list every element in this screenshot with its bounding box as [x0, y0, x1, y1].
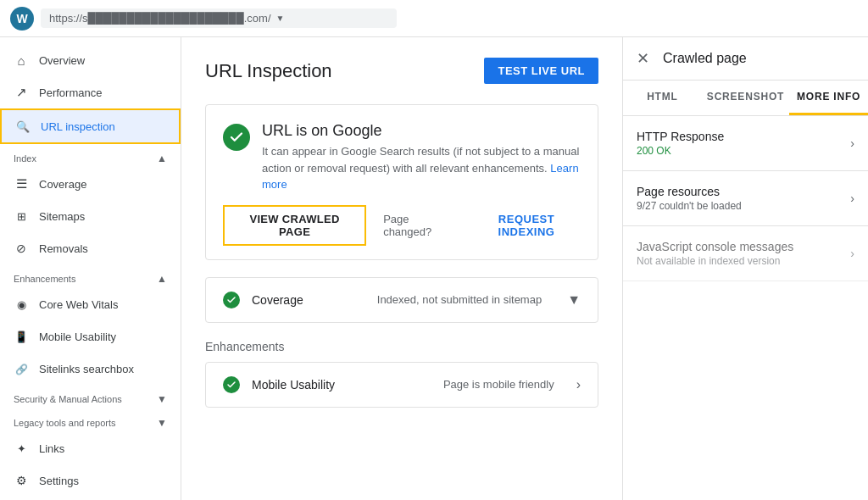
http-response-label: HTTP Response — [637, 130, 850, 143]
sidebar-item-links[interactable]: Links — [0, 432, 181, 464]
coverage-row[interactable]: Coverage Indexed, not submitted in sitem… — [206, 278, 598, 322]
sidebar-core-web-vitals-label: Core Web Vitals — [39, 298, 118, 311]
view-crawled-page-button[interactable]: VIEW CRAWLED PAGE — [223, 205, 366, 246]
security-chevron-icon: ▼ — [157, 393, 167, 405]
test-live-url-button[interactable]: TEST LIVE URL — [484, 58, 598, 84]
legacy-section-label: Legacy tools and reports — [14, 418, 115, 428]
mobile-usability-row[interactable]: Mobile Usability Page is mobile friendly… — [206, 363, 598, 407]
sidebar-overview-label: Overview — [39, 54, 85, 67]
mobile-usability-value: Page is mobile friendly — [443, 378, 554, 391]
status-title: URL is on Google — [262, 122, 581, 140]
sidebar-sitemaps-label: Sitemaps — [39, 210, 85, 223]
status-text-block: URL is on Google It can appear in Google… — [262, 122, 581, 193]
js-console-text: JavaScript console messages Not availabl… — [637, 240, 850, 267]
status-actions: VIEW CRAWLED PAGE Page changed? REQUEST … — [223, 205, 581, 246]
legacy-chevron-icon: ▼ — [157, 417, 167, 429]
content-area: URL Inspection TEST LIVE URL URL is on G… — [181, 37, 622, 500]
panel-item-page-resources[interactable]: Page resources 9/27 couldn't be loaded › — [623, 171, 868, 226]
enhancements-section-label: Enhancements — [205, 340, 598, 353]
sidebar-mobile-usability-label: Mobile Usability — [39, 331, 116, 343]
sitelinks-icon — [14, 361, 29, 376]
page-resources-value: 9/27 couldn't be loaded — [637, 200, 850, 212]
sidebar-url-inspection-label: URL inspection — [41, 120, 115, 133]
page-changed-label: Page changed? — [383, 213, 455, 238]
sidebar-removals-label: Removals — [39, 242, 88, 255]
sidebar-item-performance[interactable]: Performance — [0, 76, 181, 108]
security-section-header[interactable]: Security & Manual Actions ▼ — [0, 385, 181, 408]
sitemaps-icon — [14, 208, 29, 224]
request-indexing-button[interactable]: REQUEST INDEXING — [472, 213, 581, 238]
panel-item-http-response[interactable]: HTTP Response 200 OK › — [623, 116, 868, 171]
enhancements-section: Enhancements Mobile Usability Page is mo… — [205, 340, 598, 408]
sidebar-item-removals[interactable]: Removals — [0, 232, 181, 264]
sidebar-item-sitelinks-searchbox[interactable]: Sitelinks searchbox — [0, 353, 181, 385]
coverage-value: Indexed, not submitted in sitemap — [377, 293, 542, 306]
js-console-label: JavaScript console messages — [637, 240, 850, 253]
mobile-check-icon — [223, 376, 240, 393]
mobile-icon — [14, 329, 29, 344]
sidebar-item-core-web-vitals[interactable]: Core Web Vitals — [0, 288, 181, 320]
page-resources-label: Page resources — [637, 185, 850, 198]
search-icon — [15, 119, 31, 134]
sidebar-performance-label: Performance — [39, 86, 102, 99]
js-console-value: Not available in indexed version — [637, 255, 850, 267]
sidebar-links-label: Links — [39, 442, 64, 455]
enhancements-chevron-icon: ▲ — [157, 273, 167, 285]
tab-html[interactable]: HTML — [623, 81, 702, 115]
panel-item-js-console: JavaScript console messages Not availabl… — [623, 226, 868, 281]
sidebar: Overview Performance URL inspection Inde… — [0, 37, 181, 500]
coverage-chevron-icon: ▼ — [567, 292, 581, 308]
sidebar-item-settings[interactable]: Settings — [0, 464, 181, 497]
main-layout: Overview Performance URL inspection Inde… — [0, 37, 868, 500]
vitals-icon — [14, 297, 29, 312]
sidebar-item-sitemaps[interactable]: Sitemaps — [0, 200, 181, 232]
check-circle-icon — [223, 124, 250, 151]
index-section-header[interactable]: Index ▲ — [0, 144, 181, 168]
sidebar-item-coverage[interactable]: Coverage — [0, 168, 181, 200]
panel-content: HTTP Response 200 OK › Page resources 9/… — [623, 116, 868, 500]
http-response-value: 200 OK — [637, 145, 850, 157]
http-response-chevron-icon: › — [850, 136, 854, 150]
page-resources-text: Page resources 9/27 couldn't be loaded — [637, 185, 850, 212]
enhancements-section-label: Enhancements — [14, 274, 75, 284]
browser-top-bar: W https://s████████████████████.com/ ▼ — [0, 0, 868, 37]
url-bar[interactable]: https://s████████████████████.com/ ▼ — [41, 8, 397, 28]
legacy-section-header[interactable]: Legacy tools and reports ▼ — [0, 408, 181, 432]
coverage-label: Coverage — [252, 293, 365, 307]
url-text: https://s████████████████████.com/ — [49, 12, 271, 25]
sidebar-settings-label: Settings — [39, 475, 79, 487]
status-card: URL is on Google It can appear in Google… — [205, 104, 598, 260]
tab-screenshot[interactable]: SCREENSHOT — [702, 81, 789, 115]
index-chevron-icon: ▲ — [157, 153, 167, 164]
settings-icon — [14, 473, 29, 488]
wp-logo: W — [10, 7, 34, 31]
mobile-usability-label: Mobile Usability — [252, 378, 431, 392]
url-dropdown-icon: ▼ — [276, 14, 285, 23]
sidebar-sitelinks-label: Sitelinks searchbox — [39, 363, 134, 375]
page-resources-chevron-icon: › — [850, 192, 854, 205]
right-panel: ✕ Crawled page HTML SCREENSHOT MORE INFO… — [622, 37, 868, 500]
sidebar-item-mobile-usability[interactable]: Mobile Usability — [0, 320, 181, 353]
sidebar-item-overview[interactable]: Overview — [0, 44, 181, 76]
sidebar-item-url-inspection[interactable]: URL inspection — [0, 108, 181, 144]
coverage-check-icon — [223, 292, 240, 308]
status-header: URL is on Google It can appear in Google… — [223, 122, 581, 193]
http-response-text: HTTP Response 200 OK — [637, 130, 850, 157]
page-title: URL Inspection — [205, 60, 332, 82]
removals-icon — [14, 241, 29, 256]
js-console-chevron-icon: › — [850, 247, 854, 260]
sidebar-coverage-label: Coverage — [39, 178, 86, 191]
coverage-icon — [14, 176, 29, 192]
panel-title: Crawled page — [663, 51, 747, 66]
panel-tabs: HTML SCREENSHOT MORE INFO — [623, 81, 868, 116]
trending-icon — [14, 85, 29, 100]
mobile-usability-card: Mobile Usability Page is mobile friendly… — [205, 362, 598, 408]
home-icon — [14, 53, 29, 68]
enhancements-section-header[interactable]: Enhancements ▲ — [0, 264, 181, 288]
page-header: URL Inspection TEST LIVE URL — [205, 58, 598, 84]
tab-more-info[interactable]: MORE INFO — [789, 81, 868, 115]
security-section-label: Security & Manual Actions — [14, 394, 122, 404]
coverage-card: Coverage Indexed, not submitted in sitem… — [205, 277, 598, 323]
close-panel-button[interactable]: ✕ — [637, 49, 649, 68]
links-icon — [14, 441, 29, 456]
